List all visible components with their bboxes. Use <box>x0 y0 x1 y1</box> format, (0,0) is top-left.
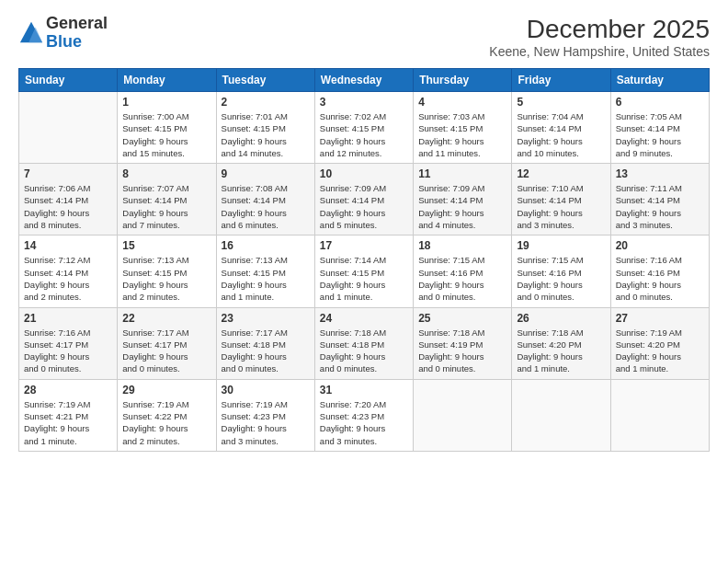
calendar-cell-w5-d2: 29Sunrise: 7:19 AM Sunset: 4:22 PM Dayli… <box>118 379 216 451</box>
calendar-cell-w2-d6: 12Sunrise: 7:10 AM Sunset: 4:14 PM Dayli… <box>512 164 610 236</box>
day-number: 26 <box>517 312 605 325</box>
day-number: 30 <box>222 384 310 396</box>
day-number: 3 <box>320 96 408 109</box>
calendar-cell-w1-d2: 1Sunrise: 7:00 AM Sunset: 4:15 PM Daylig… <box>118 92 216 164</box>
day-number: 8 <box>122 167 210 180</box>
day-info: Sunrise: 7:16 AM Sunset: 4:17 PM Dayligh… <box>24 327 112 375</box>
day-number: 9 <box>222 167 310 180</box>
calendar-cell-w4-d4: 24Sunrise: 7:18 AM Sunset: 4:18 PM Dayli… <box>314 307 413 379</box>
calendar-cell-w3-d6: 19Sunrise: 7:15 AM Sunset: 4:16 PM Dayli… <box>512 236 610 307</box>
day-info: Sunrise: 7:10 AM Sunset: 4:14 PM Dayligh… <box>517 182 605 231</box>
day-info: Sunrise: 7:08 AM Sunset: 4:14 PM Dayligh… <box>222 182 310 231</box>
day-info: Sunrise: 7:19 AM Sunset: 4:23 PM Dayligh… <box>222 398 310 447</box>
calendar-cell-w2-d3: 9Sunrise: 7:08 AM Sunset: 4:14 PM Daylig… <box>216 164 314 236</box>
header-wednesday: Wednesday <box>314 69 413 92</box>
header-sunday: Sunday <box>19 69 118 92</box>
header-thursday: Thursday <box>414 69 512 92</box>
day-number: 14 <box>24 239 112 252</box>
header-monday: Monday <box>118 69 216 92</box>
day-number: 27 <box>616 312 704 325</box>
day-info: Sunrise: 7:19 AM Sunset: 4:21 PM Dayligh… <box>24 398 112 447</box>
day-info: Sunrise: 7:14 AM Sunset: 4:15 PM Dayligh… <box>320 254 408 303</box>
title-block: December 2025 Keene, New Hampshire, Unit… <box>489 15 710 59</box>
calendar-cell-w3-d7: 20Sunrise: 7:16 AM Sunset: 4:16 PM Dayli… <box>610 236 709 307</box>
day-number: 11 <box>418 167 506 180</box>
day-info: Sunrise: 7:11 AM Sunset: 4:14 PM Dayligh… <box>616 182 704 231</box>
calendar-cell-w1-d1 <box>19 92 118 164</box>
calendar-cell-w3-d5: 18Sunrise: 7:15 AM Sunset: 4:16 PM Dayli… <box>414 236 512 307</box>
day-info: Sunrise: 7:04 AM Sunset: 4:14 PM Dayligh… <box>517 110 605 159</box>
week-row-3: 14Sunrise: 7:12 AM Sunset: 4:14 PM Dayli… <box>19 236 710 307</box>
calendar-cell-w1-d7: 6Sunrise: 7:05 AM Sunset: 4:14 PM Daylig… <box>610 92 709 164</box>
day-info: Sunrise: 7:13 AM Sunset: 4:15 PM Dayligh… <box>222 254 310 303</box>
day-number: 18 <box>418 239 506 252</box>
day-number: 25 <box>418 312 506 325</box>
day-info: Sunrise: 7:18 AM Sunset: 4:19 PM Dayligh… <box>418 327 506 375</box>
day-number: 4 <box>418 96 506 109</box>
calendar-cell-w3-d4: 17Sunrise: 7:14 AM Sunset: 4:15 PM Dayli… <box>314 236 413 307</box>
calendar-cell-w1-d5: 4Sunrise: 7:03 AM Sunset: 4:15 PM Daylig… <box>414 92 512 164</box>
day-info: Sunrise: 7:19 AM Sunset: 4:20 PM Dayligh… <box>616 327 704 375</box>
day-number: 12 <box>517 167 605 180</box>
day-number: 24 <box>320 312 408 325</box>
day-info: Sunrise: 7:12 AM Sunset: 4:14 PM Dayligh… <box>24 254 112 303</box>
day-number: 1 <box>122 96 210 109</box>
day-number: 7 <box>24 167 112 180</box>
day-info: Sunrise: 7:17 AM Sunset: 4:17 PM Dayligh… <box>122 327 210 375</box>
calendar-cell-w4-d5: 25Sunrise: 7:18 AM Sunset: 4:19 PM Dayli… <box>414 307 512 379</box>
day-info: Sunrise: 7:06 AM Sunset: 4:14 PM Dayligh… <box>24 182 112 231</box>
calendar-cell-w5-d6 <box>512 379 610 451</box>
day-info: Sunrise: 7:18 AM Sunset: 4:20 PM Dayligh… <box>517 327 605 375</box>
calendar-cell-w2-d4: 10Sunrise: 7:09 AM Sunset: 4:14 PM Dayli… <box>314 164 413 236</box>
day-number: 15 <box>122 239 210 252</box>
calendar-cell-w3-d2: 15Sunrise: 7:13 AM Sunset: 4:15 PM Dayli… <box>118 236 216 307</box>
calendar-cell-w2-d1: 7Sunrise: 7:06 AM Sunset: 4:14 PM Daylig… <box>19 164 118 236</box>
day-number: 13 <box>616 167 704 180</box>
day-info: Sunrise: 7:16 AM Sunset: 4:16 PM Dayligh… <box>616 254 704 303</box>
logo: General Blue <box>18 15 108 52</box>
day-number: 2 <box>222 96 310 109</box>
calendar-cell-w5-d3: 30Sunrise: 7:19 AM Sunset: 4:23 PM Dayli… <box>216 379 314 451</box>
week-row-1: 1Sunrise: 7:00 AM Sunset: 4:15 PM Daylig… <box>19 92 710 164</box>
calendar-cell-w3-d1: 14Sunrise: 7:12 AM Sunset: 4:14 PM Dayli… <box>19 236 118 307</box>
calendar-cell-w5-d4: 31Sunrise: 7:20 AM Sunset: 4:23 PM Dayli… <box>314 379 413 451</box>
week-row-2: 7Sunrise: 7:06 AM Sunset: 4:14 PM Daylig… <box>19 164 710 236</box>
calendar-cell-w2-d2: 8Sunrise: 7:07 AM Sunset: 4:14 PM Daylig… <box>118 164 216 236</box>
day-number: 28 <box>24 384 112 396</box>
day-number: 16 <box>222 239 310 252</box>
calendar-subtitle: Keene, New Hampshire, United States <box>489 44 710 59</box>
day-number: 19 <box>517 239 605 252</box>
day-number: 29 <box>122 384 210 396</box>
calendar-cell-w4-d1: 21Sunrise: 7:16 AM Sunset: 4:17 PM Dayli… <box>19 307 118 379</box>
calendar-cell-w1-d3: 2Sunrise: 7:01 AM Sunset: 4:15 PM Daylig… <box>216 92 314 164</box>
calendar-table: Sunday Monday Tuesday Wednesday Thursday… <box>18 68 710 452</box>
logo-text: General Blue <box>46 15 108 52</box>
header: General Blue December 2025 Keene, New Ha… <box>18 15 710 59</box>
day-info: Sunrise: 7:03 AM Sunset: 4:15 PM Dayligh… <box>418 110 506 159</box>
day-number: 6 <box>616 96 704 109</box>
day-info: Sunrise: 7:15 AM Sunset: 4:16 PM Dayligh… <box>418 254 506 303</box>
calendar-cell-w4-d7: 27Sunrise: 7:19 AM Sunset: 4:20 PM Dayli… <box>610 307 709 379</box>
calendar-title: December 2025 <box>489 15 710 44</box>
day-info: Sunrise: 7:00 AM Sunset: 4:15 PM Dayligh… <box>122 110 210 159</box>
day-info: Sunrise: 7:19 AM Sunset: 4:22 PM Dayligh… <box>122 398 210 447</box>
week-row-4: 21Sunrise: 7:16 AM Sunset: 4:17 PM Dayli… <box>19 307 710 379</box>
header-tuesday: Tuesday <box>216 69 314 92</box>
page: General Blue December 2025 Keene, New Ha… <box>0 0 728 563</box>
day-info: Sunrise: 7:05 AM Sunset: 4:14 PM Dayligh… <box>616 110 704 159</box>
day-number: 17 <box>320 239 408 252</box>
day-number: 5 <box>517 96 605 109</box>
calendar-cell-w1-d6: 5Sunrise: 7:04 AM Sunset: 4:14 PM Daylig… <box>512 92 610 164</box>
day-info: Sunrise: 7:09 AM Sunset: 4:14 PM Dayligh… <box>320 182 408 231</box>
calendar-cell-w2-d7: 13Sunrise: 7:11 AM Sunset: 4:14 PM Dayli… <box>610 164 709 236</box>
day-info: Sunrise: 7:01 AM Sunset: 4:15 PM Dayligh… <box>222 110 310 159</box>
header-row: Sunday Monday Tuesday Wednesday Thursday… <box>19 69 710 92</box>
day-number: 10 <box>320 167 408 180</box>
calendar-cell-w1-d4: 3Sunrise: 7:02 AM Sunset: 4:15 PM Daylig… <box>314 92 413 164</box>
day-info: Sunrise: 7:09 AM Sunset: 4:14 PM Dayligh… <box>418 182 506 231</box>
calendar-cell-w4-d3: 23Sunrise: 7:17 AM Sunset: 4:18 PM Dayli… <box>216 307 314 379</box>
day-number: 22 <box>122 312 210 325</box>
header-saturday: Saturday <box>610 69 709 92</box>
calendar-cell-w4-d6: 26Sunrise: 7:18 AM Sunset: 4:20 PM Dayli… <box>512 307 610 379</box>
day-info: Sunrise: 7:02 AM Sunset: 4:15 PM Dayligh… <box>320 110 408 159</box>
